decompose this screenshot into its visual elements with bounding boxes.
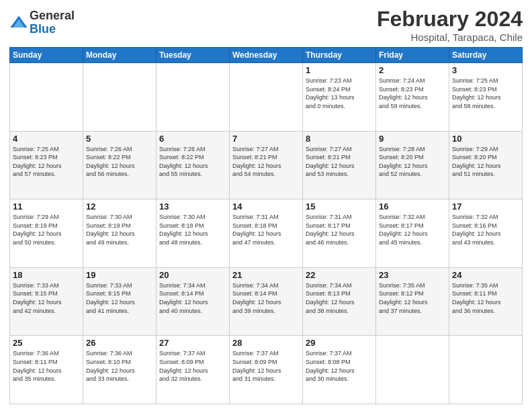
calendar-cell: 26Sunrise: 7:36 AM Sunset: 8:10 PM Dayli… (83, 336, 157, 404)
calendar-cell: 17Sunrise: 7:32 AM Sunset: 8:16 PM Dayli… (449, 199, 523, 268)
calendar-cell: 19Sunrise: 7:33 AM Sunset: 8:15 PM Dayli… (83, 267, 157, 336)
day-info: Sunrise: 7:33 AM Sunset: 8:15 PM Dayligh… (86, 281, 153, 315)
calendar-cell: 2Sunrise: 7:24 AM Sunset: 8:23 PM Daylig… (376, 63, 449, 132)
day-number: 13 (159, 201, 226, 212)
calendar-cell: 7Sunrise: 7:27 AM Sunset: 8:21 PM Daylig… (230, 131, 303, 199)
weekday-header: Thursday (303, 48, 376, 63)
day-number: 15 (306, 201, 373, 212)
weekday-header: Wednesday (230, 48, 303, 63)
day-number: 1 (306, 65, 373, 75)
calendar-cell (449, 336, 523, 404)
day-info: Sunrise: 7:37 AM Sunset: 8:09 PM Dayligh… (232, 349, 300, 383)
calendar-cell: 25Sunrise: 7:36 AM Sunset: 8:11 PM Dayli… (10, 336, 83, 404)
day-info: Sunrise: 7:36 AM Sunset: 8:10 PM Dayligh… (86, 349, 153, 383)
calendar-cell: 16Sunrise: 7:32 AM Sunset: 8:17 PM Dayli… (376, 199, 449, 268)
calendar-cell: 9Sunrise: 7:28 AM Sunset: 8:20 PM Daylig… (376, 131, 449, 199)
calendar-cell: 4Sunrise: 7:25 AM Sunset: 8:23 PM Daylig… (10, 131, 83, 199)
logo: General Blue (9, 9, 75, 36)
calendar-table: SundayMondayTuesdayWednesdayThursdayFrid… (9, 47, 523, 404)
day-info: Sunrise: 7:25 AM Sunset: 8:23 PM Dayligh… (13, 145, 80, 179)
weekday-header: Saturday (449, 48, 523, 63)
day-info: Sunrise: 7:34 AM Sunset: 8:14 PM Dayligh… (159, 281, 226, 315)
calendar-week-row: 4Sunrise: 7:25 AM Sunset: 8:23 PM Daylig… (10, 131, 523, 199)
day-info: Sunrise: 7:34 AM Sunset: 8:14 PM Dayligh… (232, 281, 300, 315)
calendar-cell: 27Sunrise: 7:37 AM Sunset: 8:09 PM Dayli… (157, 336, 230, 404)
day-number: 27 (159, 338, 226, 348)
calendar-cell (83, 63, 157, 132)
calendar-cell: 6Sunrise: 7:26 AM Sunset: 8:22 PM Daylig… (157, 131, 230, 199)
calendar-cell (10, 63, 83, 132)
calendar-cell (230, 63, 303, 132)
day-info: Sunrise: 7:28 AM Sunset: 8:20 PM Dayligh… (379, 145, 446, 179)
logo-general: General (30, 9, 75, 23)
day-info: Sunrise: 7:26 AM Sunset: 8:22 PM Dayligh… (86, 145, 153, 179)
day-number: 14 (232, 201, 300, 212)
calendar-cell: 8Sunrise: 7:27 AM Sunset: 8:21 PM Daylig… (303, 131, 376, 199)
calendar-cell: 5Sunrise: 7:26 AM Sunset: 8:22 PM Daylig… (83, 131, 157, 199)
day-info: Sunrise: 7:25 AM Sunset: 8:23 PM Dayligh… (452, 77, 519, 110)
day-info: Sunrise: 7:24 AM Sunset: 8:23 PM Dayligh… (379, 77, 446, 110)
logo-blue: Blue (30, 23, 75, 36)
weekday-header: Sunday (10, 48, 83, 63)
day-info: Sunrise: 7:27 AM Sunset: 8:21 PM Dayligh… (232, 145, 300, 179)
calendar-cell: 11Sunrise: 7:29 AM Sunset: 8:19 PM Dayli… (10, 199, 83, 268)
calendar-subtitle: Hospital, Tarapaca, Chile (377, 32, 523, 43)
day-info: Sunrise: 7:30 AM Sunset: 8:19 PM Dayligh… (86, 213, 153, 246)
calendar-cell: 1Sunrise: 7:23 AM Sunset: 8:24 PM Daylig… (303, 63, 376, 132)
day-info: Sunrise: 7:37 AM Sunset: 8:09 PM Dayligh… (159, 349, 226, 383)
day-number: 17 (452, 201, 519, 212)
day-number: 29 (306, 338, 373, 348)
weekday-header: Friday (376, 48, 449, 63)
calendar-cell: 14Sunrise: 7:31 AM Sunset: 8:18 PM Dayli… (230, 199, 303, 268)
calendar-cell: 24Sunrise: 7:35 AM Sunset: 8:11 PM Dayli… (449, 267, 523, 336)
day-info: Sunrise: 7:35 AM Sunset: 8:12 PM Dayligh… (379, 281, 446, 315)
calendar-cell: 3Sunrise: 7:25 AM Sunset: 8:23 PM Daylig… (449, 63, 523, 132)
day-info: Sunrise: 7:32 AM Sunset: 8:16 PM Dayligh… (452, 213, 519, 246)
day-number: 2 (379, 65, 446, 75)
calendar-week-row: 1Sunrise: 7:23 AM Sunset: 8:24 PM Daylig… (10, 63, 523, 132)
day-number: 5 (86, 134, 153, 144)
day-info: Sunrise: 7:32 AM Sunset: 8:17 PM Dayligh… (379, 213, 446, 246)
day-info: Sunrise: 7:27 AM Sunset: 8:21 PM Dayligh… (306, 145, 373, 179)
day-number: 19 (86, 270, 153, 280)
page: General Blue February 2024 Hospital, Tar… (0, 0, 532, 411)
day-info: Sunrise: 7:34 AM Sunset: 8:13 PM Dayligh… (306, 281, 373, 315)
calendar-cell: 22Sunrise: 7:34 AM Sunset: 8:13 PM Dayli… (303, 267, 376, 336)
calendar-week-row: 11Sunrise: 7:29 AM Sunset: 8:19 PM Dayli… (10, 199, 523, 268)
day-number: 21 (232, 270, 300, 280)
header: General Blue February 2024 Hospital, Tar… (9, 7, 523, 43)
day-info: Sunrise: 7:35 AM Sunset: 8:11 PM Dayligh… (452, 281, 519, 315)
header-row: SundayMondayTuesdayWednesdayThursdayFrid… (10, 48, 523, 63)
day-number: 26 (86, 338, 153, 348)
day-number: 7 (232, 134, 300, 144)
day-number: 11 (13, 201, 80, 212)
day-info: Sunrise: 7:29 AM Sunset: 8:20 PM Dayligh… (452, 145, 519, 179)
day-info: Sunrise: 7:37 AM Sunset: 8:08 PM Dayligh… (306, 349, 373, 383)
day-number: 22 (306, 270, 373, 280)
day-number: 28 (232, 338, 300, 348)
day-info: Sunrise: 7:31 AM Sunset: 8:17 PM Dayligh… (306, 213, 373, 246)
day-number: 10 (452, 134, 519, 144)
day-number: 9 (379, 134, 446, 144)
day-number: 18 (13, 270, 80, 280)
calendar-cell (376, 336, 449, 404)
day-info: Sunrise: 7:26 AM Sunset: 8:22 PM Dayligh… (159, 145, 226, 179)
day-info: Sunrise: 7:33 AM Sunset: 8:15 PM Dayligh… (13, 281, 80, 315)
calendar-cell: 21Sunrise: 7:34 AM Sunset: 8:14 PM Dayli… (230, 267, 303, 336)
day-number: 16 (379, 201, 446, 212)
calendar-cell: 18Sunrise: 7:33 AM Sunset: 8:15 PM Dayli… (10, 267, 83, 336)
calendar-cell: 28Sunrise: 7:37 AM Sunset: 8:09 PM Dayli… (230, 336, 303, 404)
weekday-header: Monday (83, 48, 157, 63)
day-info: Sunrise: 7:36 AM Sunset: 8:11 PM Dayligh… (13, 349, 80, 383)
calendar-cell: 23Sunrise: 7:35 AM Sunset: 8:12 PM Dayli… (376, 267, 449, 336)
day-info: Sunrise: 7:30 AM Sunset: 8:18 PM Dayligh… (159, 213, 226, 246)
calendar-cell: 20Sunrise: 7:34 AM Sunset: 8:14 PM Dayli… (157, 267, 230, 336)
day-number: 20 (159, 270, 226, 280)
day-info: Sunrise: 7:23 AM Sunset: 8:24 PM Dayligh… (306, 77, 373, 110)
day-number: 4 (13, 134, 80, 144)
calendar-cell: 13Sunrise: 7:30 AM Sunset: 8:18 PM Dayli… (157, 199, 230, 268)
day-number: 6 (159, 134, 226, 144)
day-info: Sunrise: 7:31 AM Sunset: 8:18 PM Dayligh… (232, 213, 300, 246)
calendar-cell: 15Sunrise: 7:31 AM Sunset: 8:17 PM Dayli… (303, 199, 376, 268)
calendar-week-row: 18Sunrise: 7:33 AM Sunset: 8:15 PM Dayli… (10, 267, 523, 336)
